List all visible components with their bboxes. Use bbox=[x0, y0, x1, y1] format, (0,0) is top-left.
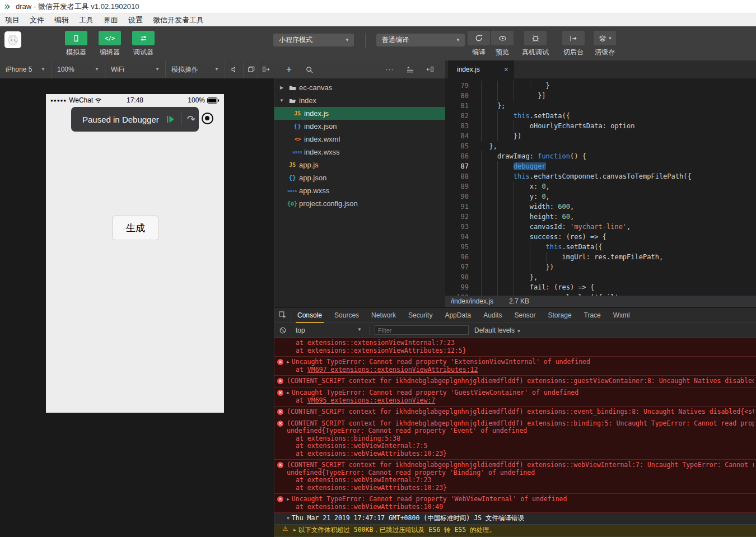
wxml-icon: <> bbox=[294, 136, 300, 143]
tree-item-index-wxml[interactable]: <>index.wxml bbox=[274, 133, 445, 146]
search-button[interactable] bbox=[301, 60, 317, 78]
code-line-99: 99 fail: (res) => { bbox=[445, 282, 756, 292]
code-icon-box: </> bbox=[99, 31, 121, 45]
menu-item-7[interactable]: 微信开发者工具 bbox=[148, 13, 209, 26]
devtools-tab-storage[interactable]: Storage bbox=[542, 307, 578, 323]
expand-arrow-right-icon[interactable]: ▶ bbox=[287, 358, 290, 366]
code-text: }) bbox=[469, 131, 521, 141]
toolbar-button-preview[interactable]: 预览 bbox=[487, 31, 518, 57]
screenshot-button[interactable] bbox=[243, 60, 259, 78]
menu-item-2[interactable]: 文件 bbox=[25, 13, 49, 26]
folder-file-icon bbox=[286, 84, 299, 92]
devtools-tab-network[interactable]: Network bbox=[365, 307, 402, 323]
generate-button[interactable]: 生成 bbox=[112, 216, 159, 240]
tab-index-js[interactable]: index.js × bbox=[448, 60, 514, 78]
toolbar-button-label: 真机调试 bbox=[520, 48, 551, 57]
sim-control-network[interactable]: WiFi▼ bbox=[105, 60, 166, 78]
code-text: width: 600, bbox=[469, 202, 574, 212]
line-number: 90 bbox=[445, 192, 469, 202]
inspect-element-button[interactable] bbox=[274, 307, 291, 323]
console-line: at extensions::extensionViewAttributes:1… bbox=[277, 347, 754, 355]
tree-item-label: project.config.json bbox=[299, 199, 358, 208]
devtools-tab-wxml[interactable]: Wxml bbox=[607, 307, 636, 323]
menu-item-5[interactable]: 界面 bbox=[99, 13, 123, 26]
console-line: (CONTENT_SCRIPT context for ikhdnebglabg… bbox=[277, 408, 754, 416]
tree-item-project-config-json[interactable]: {o}project.config.json bbox=[274, 197, 445, 210]
mute-button[interactable] bbox=[226, 60, 242, 78]
compile-mode-select[interactable]: 普通编译 ▼ bbox=[376, 34, 465, 46]
console-message-9: ▼Thu Mar 21 2019 17:47:17 GMT+0800 (中国标准… bbox=[274, 513, 756, 525]
devtools-tab-console[interactable]: Console bbox=[291, 307, 328, 323]
toolbar-button-simulator[interactable]: 模拟器 bbox=[62, 31, 91, 57]
code-editor[interactable]: 79 }80 }]81 };82 this.setData({83 oHourl… bbox=[445, 78, 756, 296]
code-text: } bbox=[469, 81, 550, 91]
new-file-button[interactable]: + bbox=[281, 60, 297, 78]
chevron-down-icon: ▾ bbox=[609, 35, 612, 41]
json-file-icon: {} bbox=[291, 123, 304, 130]
line-number: 96 bbox=[445, 252, 469, 262]
menu-item-3[interactable]: 编辑 bbox=[49, 13, 74, 26]
tree-item-index-json[interactable]: {}index.json bbox=[274, 120, 445, 133]
stack-trace-link[interactable]: VM695 extensions::extensionView:7 bbox=[307, 397, 435, 404]
devtools-tab-security[interactable]: Security bbox=[402, 307, 438, 323]
expand-arrow-right-icon[interactable]: ▶ bbox=[287, 496, 290, 503]
tree-item-index[interactable]: ▼index bbox=[274, 94, 445, 107]
code-icon: </> bbox=[105, 35, 115, 41]
collapse-panel-button[interactable] bbox=[422, 60, 438, 78]
toolbar-button-remote-debug[interactable]: 真机调试 bbox=[520, 31, 551, 57]
tree-item-ec-canvas[interactable]: ▶ec-canvas bbox=[274, 81, 445, 94]
console-line: undefined{TypeError: Cannot read propert… bbox=[277, 469, 754, 477]
toolbar-button-clear-cache[interactable]: ▾清缓存 bbox=[589, 31, 620, 57]
record-button[interactable] bbox=[202, 113, 213, 124]
chevron-down-icon[interactable]: ▼ bbox=[278, 98, 286, 103]
devtools-tab-audits[interactable]: Audits bbox=[477, 307, 508, 323]
line-number: 84 bbox=[445, 131, 469, 141]
expand-arrow-right-icon[interactable]: ▶ bbox=[287, 389, 290, 397]
toolbar-button-debugger[interactable]: 调试器 bbox=[129, 31, 158, 57]
devtools-tab-trace[interactable]: Trace bbox=[578, 307, 607, 323]
log-levels-select[interactable]: Default levels ▼ bbox=[474, 326, 521, 334]
editor-status-bar: /index/index.js 2.7 KB bbox=[445, 296, 756, 307]
expand-arrow-down-icon[interactable]: ▼ bbox=[287, 515, 290, 522]
sim-control-zoom[interactable]: 100%▼ bbox=[52, 60, 105, 78]
tree-item-app-js[interactable]: JSapp.js bbox=[274, 158, 445, 171]
sim-control-actions[interactable]: 模拟操作▼ bbox=[166, 60, 225, 78]
devtools-tab-sources[interactable]: Sources bbox=[328, 307, 365, 323]
clear-console-button[interactable] bbox=[274, 326, 291, 334]
expand-arrow-right-icon[interactable]: ▶ bbox=[293, 526, 296, 534]
step-over-icon[interactable]: ↷ bbox=[187, 113, 195, 125]
toolbar-button-background[interactable]: 切后台 bbox=[558, 31, 589, 57]
tree-item-index-js[interactable]: JSindex.js bbox=[274, 107, 445, 120]
sim-control-device[interactable]: iPhone 5▼ bbox=[0, 60, 52, 78]
tree-item-index-wxss[interactable]: wxssindex.wxss bbox=[274, 146, 445, 158]
menu-item-4[interactable]: 工具 bbox=[74, 13, 99, 26]
detach-simulator-button[interactable] bbox=[258, 60, 273, 78]
js-icon: JS bbox=[289, 162, 296, 168]
devtools-tab-appdata[interactable]: AppData bbox=[438, 307, 477, 323]
console-filter-input[interactable] bbox=[375, 325, 469, 335]
stack-trace-link[interactable]: VM697 extensions::extensionViewAttribute… bbox=[307, 366, 478, 373]
code-line-89: 89 x: 0, bbox=[445, 181, 756, 192]
tree-item-label: index.json bbox=[304, 122, 337, 130]
tree-item-app-wxss[interactable]: wxssapp.wxss bbox=[274, 184, 445, 197]
chevron-right-icon[interactable]: ▶ bbox=[278, 85, 286, 90]
layers-icon-box: ▾ bbox=[594, 31, 616, 45]
tree-item-app-json[interactable]: {}app.json bbox=[274, 171, 445, 184]
chevron-down-icon: ▼ bbox=[345, 34, 349, 46]
avatar[interactable] bbox=[4, 31, 21, 48]
resume-script-icon[interactable] bbox=[166, 115, 175, 124]
more-actions-button[interactable]: ··· bbox=[382, 60, 398, 78]
chevron-down-icon: ▼ bbox=[41, 60, 45, 78]
line-number: 92 bbox=[445, 212, 469, 222]
context-select[interactable]: top ▼ bbox=[291, 326, 365, 334]
devtools-tab-sensor[interactable]: Sensor bbox=[508, 307, 542, 323]
menu-item-6[interactable]: 设置 bbox=[123, 13, 148, 26]
appmode-select[interactable]: 小程序模式 ▼ bbox=[273, 34, 354, 46]
close-icon[interactable]: × bbox=[504, 60, 508, 78]
code-text: }, bbox=[469, 141, 497, 151]
menu-item-1[interactable]: 项目 bbox=[0, 13, 25, 26]
toolbar-button-editor[interactable]: </>编辑器 bbox=[95, 31, 124, 57]
sort-files-button[interactable] bbox=[402, 60, 418, 78]
console-message-1: at extensions::extensionViewInternal:7:2… bbox=[274, 338, 756, 357]
folder-icon bbox=[288, 84, 297, 92]
